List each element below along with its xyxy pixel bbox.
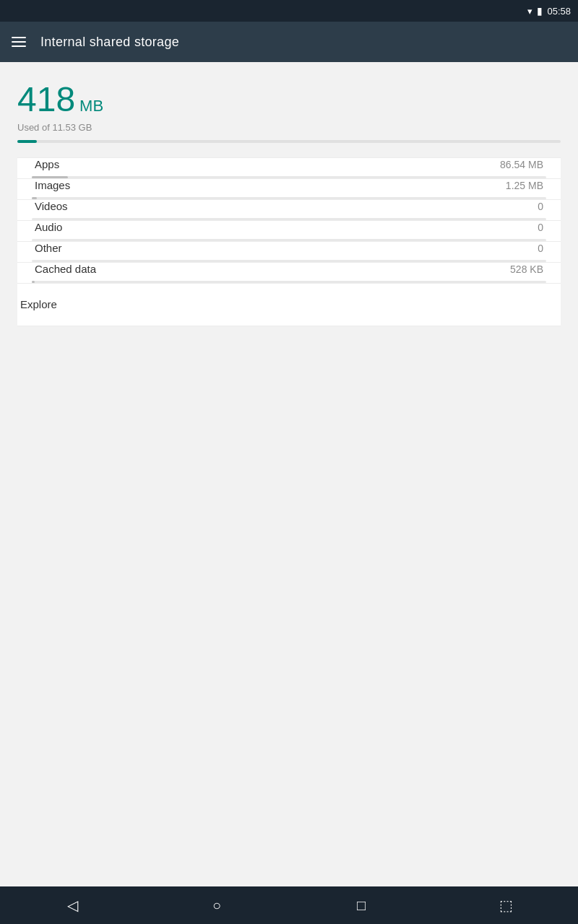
status-icons: ▾ ▮ 05:58 <box>527 5 571 17</box>
videos-row: Videos 0 <box>32 200 546 212</box>
storage-number: 418 <box>17 79 75 119</box>
back-icon: ◁ <box>67 897 78 914</box>
other-row: Other 0 <box>32 242 546 254</box>
apps-value: 86.54 MB <box>500 159 543 170</box>
list-item[interactable]: Images 1.25 MB <box>17 179 561 199</box>
cached-label: Cached data <box>35 263 96 275</box>
explore-label: Explore <box>20 298 57 310</box>
images-value: 1.25 MB <box>506 180 543 191</box>
status-bar: ▾ ▮ 05:58 <box>0 0 578 22</box>
divider-7 <box>17 326 561 326</box>
storage-header: 418 MB Used of 11.53 GB <box>17 79 561 143</box>
list-item[interactable]: Audio 0 <box>17 221 561 241</box>
overall-progress-fill <box>17 140 37 143</box>
list-item[interactable]: Other 0 <box>17 242 561 262</box>
list-item[interactable]: Videos 0 <box>17 200 561 220</box>
audio-label: Audio <box>35 221 62 233</box>
list-item[interactable]: Cached data 528 KB <box>17 263 561 283</box>
storage-subtitle: Used of 11.53 GB <box>17 122 561 133</box>
images-row: Images 1.25 MB <box>32 179 546 191</box>
top-bar: Internal shared storage <box>0 22 578 62</box>
storage-list: Apps 86.54 MB Images 1.25 MB Videos 0 <box>17 157 561 326</box>
screenshot-button[interactable]: ⬚ <box>484 891 527 920</box>
audio-value: 0 <box>538 222 543 233</box>
main-content: 418 MB Used of 11.53 GB Apps 86.54 MB Im… <box>0 62 578 326</box>
other-label: Other <box>35 242 62 254</box>
recent-icon: □ <box>357 897 366 914</box>
cached-row: Cached data 528 KB <box>32 263 546 275</box>
menu-button[interactable] <box>12 37 26 47</box>
overall-progress-bar <box>17 140 561 143</box>
images-label: Images <box>35 179 70 191</box>
home-icon: ○ <box>212 897 221 914</box>
apps-row: Apps 86.54 MB <box>32 158 546 170</box>
home-button[interactable]: ○ <box>195 891 238 920</box>
screenshot-icon: ⬚ <box>499 897 513 914</box>
bottom-navigation: ◁ ○ □ ⬚ <box>0 886 578 924</box>
audio-row: Audio 0 <box>32 221 546 233</box>
apps-label: Apps <box>35 158 59 170</box>
recent-apps-button[interactable]: □ <box>340 891 383 920</box>
explore-item[interactable]: Explore <box>17 284 561 326</box>
list-item[interactable]: Apps 86.54 MB <box>17 158 561 178</box>
wifi-icon: ▾ <box>527 6 532 17</box>
back-button[interactable]: ◁ <box>51 891 94 920</box>
videos-label: Videos <box>35 200 68 212</box>
other-value: 0 <box>538 243 543 254</box>
time-display: 05:58 <box>547 6 571 17</box>
battery-icon: ▮ <box>537 5 543 17</box>
storage-unit: MB <box>79 97 103 116</box>
videos-value: 0 <box>538 201 543 212</box>
cached-value: 528 KB <box>510 263 543 275</box>
page-title: Internal shared storage <box>40 35 179 50</box>
storage-amount: 418 MB <box>17 79 561 119</box>
